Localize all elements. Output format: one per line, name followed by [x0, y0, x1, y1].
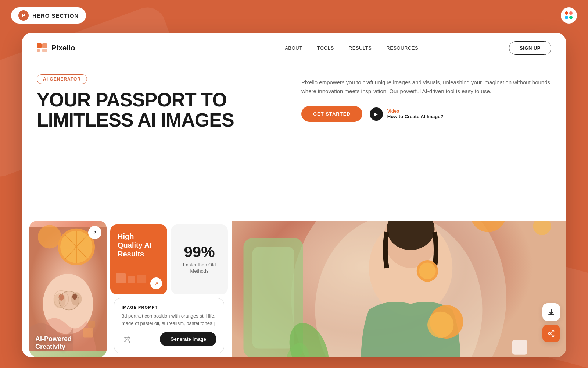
nav-cta: SIGN UP	[509, 41, 551, 55]
svg-point-35	[427, 312, 454, 338]
hero-title: YOUR PASSPORT TO LIMITLESS AI IMAGES	[37, 90, 287, 130]
nav-links: ABOUT TOOLS RESULTS RESOURCES	[285, 45, 418, 51]
svg-rect-25	[252, 247, 294, 348]
svg-point-18	[59, 291, 79, 310]
prompt-card: IMAGE PROMPT 3d portrait composition wit…	[114, 298, 224, 353]
prompt-actions: Generate Image	[122, 332, 216, 346]
svg-point-45	[549, 333, 551, 335]
svg-point-42	[419, 263, 436, 280]
right-image-area	[232, 221, 566, 357]
shuffle-svg	[123, 335, 132, 343]
download-icon	[548, 308, 555, 316]
badge-icon: P	[18, 10, 29, 21]
play-button[interactable]: ▶	[370, 107, 383, 121]
download-button[interactable]	[542, 303, 560, 321]
generate-button[interactable]: Generate Image	[160, 332, 216, 346]
prompt-label: IMAGE PROMPT	[122, 305, 216, 309]
figma-logo	[565, 11, 573, 20]
svg-point-43	[552, 330, 554, 332]
top-bar: P HERO SECTION	[0, 7, 588, 24]
video-text: Video How to Create AI Image?	[387, 109, 444, 119]
svg-rect-20	[88, 321, 95, 328]
svg-point-11	[38, 225, 61, 249]
top-cards-row: High Quality AI Results ↗ 99% Faster tha…	[110, 224, 228, 294]
badge-text: HERO SECTION	[32, 13, 79, 19]
stats-description: Faster than Old Methods	[178, 262, 220, 275]
main-card: Pixello ABOUT TOOLS RESULTS RESOURCES SI…	[22, 33, 566, 357]
signup-button[interactable]: SIGN UP	[509, 41, 551, 55]
svg-rect-0	[37, 43, 42, 48]
nav-tools[interactable]: TOOLS	[317, 45, 334, 51]
svg-rect-37	[512, 340, 527, 355]
figma-dot-green	[569, 16, 573, 19]
video-title: How to Create AI Image?	[387, 114, 444, 119]
quality-card: High Quality AI Results ↗	[110, 224, 167, 294]
quality-card-arrow-btn: ↗	[150, 277, 162, 289]
prompt-text[interactable]: 3d portrait composition with oranges sti…	[122, 312, 216, 327]
float-actions	[542, 303, 560, 342]
svg-rect-1	[42, 43, 47, 48]
get-started-button[interactable]: GET STARTED	[301, 106, 362, 122]
figma-icon[interactable]	[561, 7, 577, 24]
hero-right: Pixello empowers you to craft unique ima…	[301, 74, 551, 137]
image-card-arrow: ↗	[88, 226, 101, 239]
svg-rect-19	[83, 328, 93, 337]
logo-name: Pixello	[51, 44, 75, 52]
svg-rect-2	[37, 49, 40, 52]
logo-icon	[37, 43, 48, 53]
logo-svg	[37, 43, 48, 53]
share-icon	[548, 330, 555, 337]
nav-about[interactable]: ABOUT	[285, 45, 302, 51]
image-card-label: AI-PoweredCreativity	[35, 335, 72, 351]
video-link[interactable]: ▶ Video How to Create AI Image?	[370, 107, 444, 121]
navbar: Pixello ABOUT TOOLS RESULTS RESOURCES SI…	[22, 33, 566, 63]
logo: Pixello	[37, 43, 194, 53]
figma-dot-orange	[569, 11, 573, 15]
hero-left: AI GENERATOR YOUR PASSPORT TO LIMITLESS …	[37, 74, 287, 137]
nav-results[interactable]: RESULTS	[349, 45, 372, 51]
stats-card: 99% Faster than Old Methods	[171, 224, 228, 294]
figma-dot-red	[565, 11, 568, 15]
video-label: Video	[387, 109, 444, 114]
figma-dot-blue	[565, 16, 568, 19]
nav-resources[interactable]: RESOURCES	[386, 45, 418, 51]
hero-section-badge: P HERO SECTION	[11, 7, 86, 24]
middle-section: High Quality AI Results ↗ 99% Faster tha…	[107, 221, 232, 357]
quality-card-title: High Quality AI Results	[118, 232, 160, 258]
hero-actions: GET STARTED ▶ Video How to Create AI Ima…	[301, 106, 551, 122]
right-image-svg	[232, 221, 566, 357]
share-button[interactable]	[542, 325, 560, 342]
stats-percent: 99%	[184, 244, 215, 260]
svg-point-44	[552, 335, 554, 337]
nav-links-wrapper: ABOUT TOOLS RESULTS RESOURCES	[194, 45, 509, 51]
left-image-card: ↗ AI-PoweredCreativity	[29, 221, 107, 357]
bottom-section: ↗ AI-PoweredCreativity High Quality AI R…	[22, 221, 566, 357]
shuffle-icon[interactable]	[122, 333, 133, 345]
quality-card-decoration	[116, 273, 146, 283]
hero-content: AI GENERATOR YOUR PASSPORT TO LIMITLESS …	[22, 63, 566, 137]
ai-generator-badge: AI GENERATOR	[37, 74, 87, 84]
svg-rect-3	[42, 49, 47, 52]
hero-description: Pixello empowers you to craft unique ima…	[301, 78, 551, 96]
